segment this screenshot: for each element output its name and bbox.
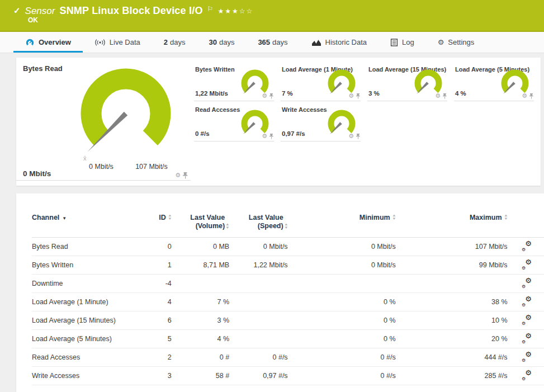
pin-icon[interactable] bbox=[269, 134, 274, 139]
table-row-downtime: Downtime -4 ⚙⚙ bbox=[32, 275, 544, 293]
gear-icon[interactable]: ⚙ bbox=[348, 92, 354, 100]
priority-stars[interactable]: ★★★☆☆ bbox=[217, 7, 253, 15]
channels-panel: Channel▼ ID▲▼ Last Value (Volume)▲▼ Last… bbox=[16, 193, 544, 392]
edit-channel-gears-icon[interactable]: ⚙⚙ bbox=[522, 315, 532, 325]
status-ok-check-icon: ✓ bbox=[13, 6, 21, 16]
pin-icon[interactable] bbox=[182, 172, 188, 179]
column-header-maximum[interactable]: Maximum▲▼ bbox=[396, 212, 508, 238]
table-row-load-average-5: Load Average (5 Minutes) 5 4 % 0 % 20 % … bbox=[32, 330, 544, 348]
pin-icon[interactable] bbox=[356, 134, 361, 139]
gauge-load-average-1[interactable]: Load Average (1 Minute) 7 % ⚙ bbox=[281, 61, 361, 101]
gear-icon: ⚙ bbox=[438, 38, 444, 46]
table-row-bytes-written: Bytes Written 1 8,71 MB 1,22 Mbit/s 0 Mb… bbox=[32, 256, 544, 275]
pin-icon[interactable] bbox=[529, 93, 534, 99]
edit-channel-gears-icon[interactable]: ⚙⚙ bbox=[522, 241, 532, 251]
gauge-load-average-5[interactable]: Load Average (5 Minutes) 4 % ⚙ bbox=[454, 61, 534, 101]
pin-icon[interactable] bbox=[442, 93, 447, 99]
log-icon bbox=[390, 39, 398, 46]
column-header-last-value-volume[interactable]: Last Value (Volume)▲▼ bbox=[172, 212, 229, 238]
status-badge: OK bbox=[28, 16, 38, 24]
gauge-read-accesses[interactable]: Read Accesses 0 #/s ⚙ bbox=[194, 101, 274, 141]
tab-settings[interactable]: ⚙ Settings bbox=[426, 32, 486, 53]
gear-icon[interactable]: ⚙ bbox=[175, 172, 181, 179]
column-header-minimum[interactable]: Minimum▲▼ bbox=[288, 212, 396, 238]
table-row-load-average-15: Load Average (15 Minutes) 6 3 % 0 % 10 %… bbox=[32, 311, 544, 330]
table-row-bytes-read: Bytes Read 0 0 MB 0 Mbit/s 0 Mbit/s 107 … bbox=[32, 238, 544, 256]
column-header-id[interactable]: ID▲▼ bbox=[136, 212, 171, 238]
column-header-channel[interactable]: Channel▼ bbox=[32, 212, 136, 238]
broadcast-icon bbox=[94, 39, 106, 46]
sort-icon: ▲▼ bbox=[226, 223, 229, 229]
gauge-scale-min: 0 Mbit/s bbox=[76, 163, 126, 171]
flag-icon[interactable]: ⚐ bbox=[207, 5, 214, 13]
tab-log[interactable]: Log bbox=[379, 32, 426, 53]
gear-icon[interactable]: ⚙ bbox=[522, 92, 527, 100]
column-header-actions bbox=[508, 212, 544, 238]
area-chart-icon bbox=[311, 39, 321, 46]
edit-channel-gears-icon[interactable]: ⚙⚙ bbox=[522, 259, 532, 270]
gauge-load-average-15[interactable]: Load Average (15 Minutes) 3 % ⚙ bbox=[367, 61, 447, 101]
edit-channel-gears-icon[interactable]: ⚙⚙ bbox=[522, 370, 532, 380]
page-title: SNMP Linux Block Device I/O bbox=[59, 5, 202, 17]
gear-icon[interactable]: ⚙ bbox=[348, 133, 354, 140]
tab-live-data[interactable]: Live Data bbox=[83, 32, 152, 53]
sorted-desc-icon: ▼ bbox=[62, 216, 67, 221]
gauge-write-accesses[interactable]: Write Accesses 0,97 #/s ⚙ bbox=[281, 101, 361, 141]
sort-icon: ▲▼ bbox=[285, 223, 288, 229]
gauge-icon bbox=[25, 38, 35, 46]
edit-channel-gears-icon[interactable]: ⚙⚙ bbox=[522, 278, 532, 288]
table-row-load-average-1: Load Average (1 Minute) 4 7 % 0 % 38 % ⚙… bbox=[32, 293, 544, 311]
gear-icon[interactable]: ⚙ bbox=[262, 92, 267, 100]
table-row-read-accesses: Read Accesses 2 0 # 0 #/s 0 #/s 444 #/s … bbox=[32, 348, 544, 367]
gauge-scale-max: 107 Mbit/s bbox=[124, 163, 179, 171]
gauge-title: Bytes Read bbox=[23, 64, 63, 73]
empty-cell bbox=[367, 101, 447, 141]
mean-marker: x̄ bbox=[83, 155, 87, 162]
tab-365-days[interactable]: 365 days bbox=[246, 32, 299, 53]
tab-bar: Overview Live Data 2 days 30 days 365 da… bbox=[0, 32, 544, 53]
object-kind-label: Sensor bbox=[25, 6, 55, 17]
pin-icon[interactable] bbox=[269, 93, 274, 99]
tab-overview[interactable]: Overview bbox=[13, 32, 83, 53]
edit-channel-gears-icon[interactable]: ⚙⚙ bbox=[522, 352, 532, 362]
edit-channel-gears-icon[interactable]: ⚙⚙ bbox=[522, 296, 532, 306]
sort-icon: ▲▼ bbox=[168, 214, 172, 220]
empty-cell bbox=[454, 101, 534, 141]
bytes-read-gauge: x̄ bbox=[70, 62, 182, 168]
gauge-value: 0 Mbit/s bbox=[23, 169, 51, 178]
sort-icon: ▲▼ bbox=[392, 214, 396, 220]
channels-table: Channel▼ ID▲▼ Last Value (Volume)▲▼ Last… bbox=[32, 212, 544, 385]
gear-icon[interactable]: ⚙ bbox=[262, 133, 267, 140]
gear-icon[interactable]: ⚙ bbox=[435, 92, 441, 100]
tab-2-days[interactable]: 2 days bbox=[152, 32, 197, 53]
tab-historic-data[interactable]: Historic Data bbox=[300, 32, 379, 53]
table-row-write-accesses: Write Accesses 3 58 # 0,97 #/s 0 #/s 285… bbox=[32, 367, 544, 385]
sensor-header: ✓ Sensor SNMP Linux Block Device I/O ⚐ ★… bbox=[0, 0, 544, 32]
gauge-bytes-written[interactable]: Bytes Written 1,22 Mbit/s ⚙ bbox=[194, 61, 274, 101]
tab-30-days[interactable]: 30 days bbox=[197, 32, 246, 53]
edit-channel-gears-icon[interactable]: ⚙⚙ bbox=[522, 333, 532, 343]
gauges-panel: Bytes Read x̄ 0 Mbit/s 107 Mbit/s 0 Mbit… bbox=[16, 58, 541, 186]
small-gauges-grid: Bytes Written 1,22 Mbit/s ⚙ Load Average… bbox=[191, 58, 541, 186]
pin-icon[interactable] bbox=[356, 93, 361, 99]
gauge-bytes-read[interactable]: Bytes Read x̄ 0 Mbit/s 107 Mbit/s 0 Mbit… bbox=[16, 58, 191, 181]
sort-icon: ▲▼ bbox=[504, 214, 508, 220]
column-header-last-value-speed[interactable]: Last Value (Speed)▲▼ bbox=[229, 212, 287, 238]
